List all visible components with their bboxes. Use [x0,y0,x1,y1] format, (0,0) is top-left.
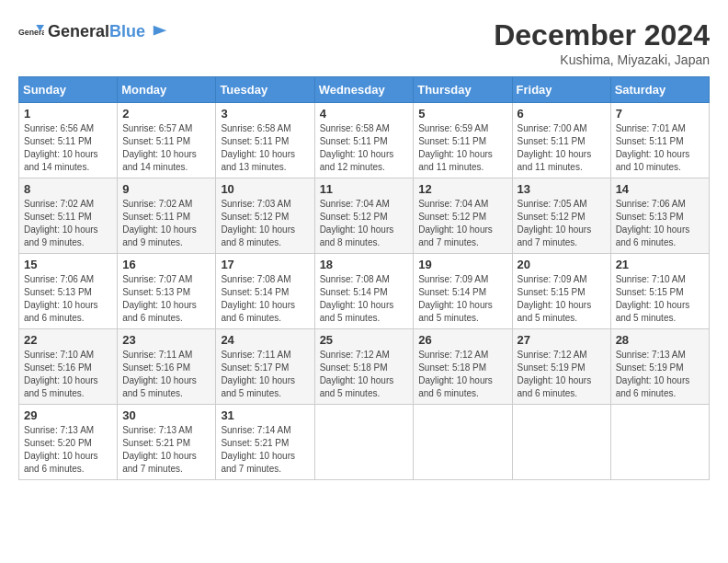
day-number: 2 [122,107,210,121]
day-info: Sunrise: 6:58 AM Sunset: 5:11 PM Dayligh… [320,122,409,174]
logo-icon: General [18,18,44,44]
logo-flag-icon [152,24,168,40]
day-number: 21 [616,258,704,271]
day-number: 25 [320,333,409,347]
calendar-header: SundayMondayTuesdayWednesdayThursdayFrid… [19,77,710,103]
day-info: Sunrise: 7:07 AM Sunset: 5:13 PM Dayligh… [122,273,210,325]
day-number: 19 [418,258,506,271]
day-number: 6 [518,107,606,121]
day-number: 26 [418,333,506,347]
calendar-cell: 14 Sunrise: 7:06 AM Sunset: 5:13 PM Dayl… [610,178,709,254]
day-info: Sunrise: 6:59 AM Sunset: 5:11 PM Dayligh… [418,122,506,174]
day-number: 15 [24,258,112,271]
day-info: Sunrise: 7:02 AM Sunset: 5:11 PM Dayligh… [122,198,210,249]
calendar-cell: 31 Sunrise: 7:14 AM Sunset: 5:21 PM Dayl… [216,405,314,480]
day-info: Sunrise: 6:56 AM Sunset: 5:11 PM Dayligh… [24,122,112,174]
day-number: 3 [221,107,309,121]
page-header: General GeneralBlue December 2024 Kushim… [18,18,710,67]
day-info: Sunrise: 7:03 AM Sunset: 5:12 PM Dayligh… [221,198,309,249]
calendar-cell [512,405,610,480]
month-year-title: December 2024 [494,18,710,52]
day-info: Sunrise: 7:10 AM Sunset: 5:15 PM Dayligh… [616,273,704,325]
weekday-header-thursday: Thursday [414,77,512,103]
day-number: 22 [24,333,112,347]
day-info: Sunrise: 7:06 AM Sunset: 5:13 PM Dayligh… [616,198,704,249]
day-number: 13 [518,182,606,196]
day-info: Sunrise: 7:12 AM Sunset: 5:18 PM Dayligh… [418,349,506,400]
day-number: 8 [24,182,112,196]
day-info: Sunrise: 7:00 AM Sunset: 5:11 PM Dayligh… [518,122,606,174]
day-number: 16 [122,258,210,271]
logo-blue: Blue [109,22,145,40]
weekday-header-saturday: Saturday [610,77,709,103]
weekday-header-tuesday: Tuesday [216,77,314,103]
day-info: Sunrise: 7:13 AM Sunset: 5:21 PM Dayligh… [122,424,210,476]
day-number: 14 [616,182,704,196]
calendar-week-row: 22 Sunrise: 7:10 AM Sunset: 5:16 PM Dayl… [19,329,710,405]
calendar-cell: 6 Sunrise: 7:00 AM Sunset: 5:11 PM Dayli… [512,103,610,178]
calendar-cell: 30 Sunrise: 7:13 AM Sunset: 5:21 PM Dayl… [118,405,216,480]
calendar-week-row: 8 Sunrise: 7:02 AM Sunset: 5:11 PM Dayli… [19,178,710,254]
day-info: Sunrise: 7:12 AM Sunset: 5:18 PM Dayligh… [320,349,409,400]
day-number: 27 [518,333,606,347]
calendar-cell: 9 Sunrise: 7:02 AM Sunset: 5:11 PM Dayli… [118,178,216,254]
day-number: 7 [616,107,704,121]
weekday-header-row: SundayMondayTuesdayWednesdayThursdayFrid… [19,77,710,103]
day-info: Sunrise: 7:13 AM Sunset: 5:19 PM Dayligh… [616,349,704,400]
weekday-header-wednesday: Wednesday [314,77,414,103]
day-number: 10 [221,182,309,196]
calendar-cell: 10 Sunrise: 7:03 AM Sunset: 5:12 PM Dayl… [216,178,314,254]
day-number: 30 [122,408,210,422]
calendar-cell [610,405,709,480]
logo-general: General [48,22,109,40]
weekday-header-monday: Monday [118,77,216,103]
calendar-cell [314,405,414,480]
calendar-cell: 17 Sunrise: 7:08 AM Sunset: 5:14 PM Dayl… [216,254,314,329]
day-info: Sunrise: 7:04 AM Sunset: 5:12 PM Dayligh… [320,198,409,249]
calendar-cell: 2 Sunrise: 6:57 AM Sunset: 5:11 PM Dayli… [118,103,216,178]
calendar-cell: 21 Sunrise: 7:10 AM Sunset: 5:15 PM Dayl… [610,254,709,329]
day-number: 31 [221,408,309,422]
calendar-cell: 26 Sunrise: 7:12 AM Sunset: 5:18 PM Dayl… [414,329,512,405]
day-info: Sunrise: 7:14 AM Sunset: 5:21 PM Dayligh… [221,424,309,476]
day-info: Sunrise: 7:13 AM Sunset: 5:20 PM Dayligh… [24,424,112,476]
calendar-cell: 7 Sunrise: 7:01 AM Sunset: 5:11 PM Dayli… [610,103,709,178]
day-number: 5 [418,107,506,121]
day-info: Sunrise: 7:09 AM Sunset: 5:14 PM Dayligh… [418,273,506,325]
day-info: Sunrise: 7:06 AM Sunset: 5:13 PM Dayligh… [24,273,112,325]
day-number: 9 [122,182,210,196]
day-number: 12 [418,182,506,196]
day-info: Sunrise: 7:08 AM Sunset: 5:14 PM Dayligh… [320,273,409,325]
day-info: Sunrise: 7:12 AM Sunset: 5:19 PM Dayligh… [518,349,606,400]
calendar-cell: 5 Sunrise: 6:59 AM Sunset: 5:11 PM Dayli… [414,103,512,178]
calendar-week-row: 15 Sunrise: 7:06 AM Sunset: 5:13 PM Dayl… [19,254,710,329]
day-info: Sunrise: 7:08 AM Sunset: 5:14 PM Dayligh… [221,273,309,325]
day-number: 23 [122,333,210,347]
calendar-cell: 15 Sunrise: 7:06 AM Sunset: 5:13 PM Dayl… [19,254,118,329]
day-number: 29 [24,408,112,422]
day-info: Sunrise: 6:57 AM Sunset: 5:11 PM Dayligh… [122,122,210,174]
calendar-cell: 25 Sunrise: 7:12 AM Sunset: 5:18 PM Dayl… [314,329,414,405]
calendar-cell: 16 Sunrise: 7:07 AM Sunset: 5:13 PM Dayl… [118,254,216,329]
calendar-table: SundayMondayTuesdayWednesdayThursdayFrid… [18,76,710,480]
calendar-cell: 13 Sunrise: 7:05 AM Sunset: 5:12 PM Dayl… [512,178,610,254]
day-number: 11 [320,182,409,196]
day-number: 24 [221,333,309,347]
day-number: 1 [24,107,112,121]
title-block: December 2024 Kushima, Miyazaki, Japan [494,18,710,67]
calendar-cell: 24 Sunrise: 7:11 AM Sunset: 5:17 PM Dayl… [216,329,314,405]
calendar-cell: 19 Sunrise: 7:09 AM Sunset: 5:14 PM Dayl… [414,254,512,329]
calendar-cell: 18 Sunrise: 7:08 AM Sunset: 5:14 PM Dayl… [314,254,414,329]
day-info: Sunrise: 7:05 AM Sunset: 5:12 PM Dayligh… [518,198,606,249]
day-number: 18 [320,258,409,271]
svg-marker-2 [153,26,165,36]
day-info: Sunrise: 7:10 AM Sunset: 5:16 PM Dayligh… [24,349,112,400]
calendar-cell: 12 Sunrise: 7:04 AM Sunset: 5:12 PM Dayl… [414,178,512,254]
calendar-week-row: 29 Sunrise: 7:13 AM Sunset: 5:20 PM Dayl… [19,405,710,480]
calendar-cell: 3 Sunrise: 6:58 AM Sunset: 5:11 PM Dayli… [216,103,314,178]
calendar-cell: 8 Sunrise: 7:02 AM Sunset: 5:11 PM Dayli… [19,178,118,254]
calendar-cell: 20 Sunrise: 7:09 AM Sunset: 5:15 PM Dayl… [512,254,610,329]
day-number: 4 [320,107,409,121]
day-number: 17 [221,258,309,271]
day-info: Sunrise: 7:02 AM Sunset: 5:11 PM Dayligh… [24,198,112,249]
